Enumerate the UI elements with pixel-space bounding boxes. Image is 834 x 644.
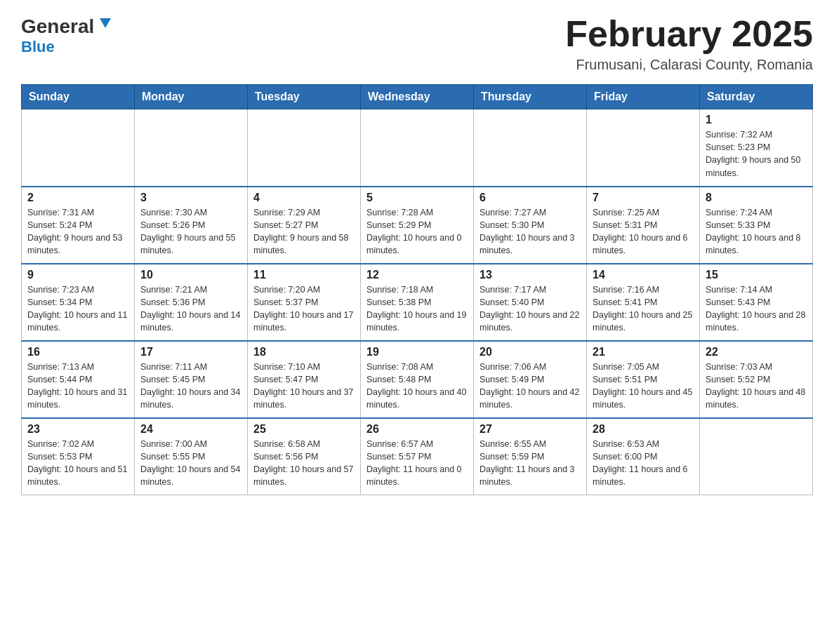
calendar-cell: 17Sunrise: 7:11 AMSunset: 5:45 PMDayligh… [135,341,248,418]
day-info: Sunrise: 7:05 AMSunset: 5:51 PMDaylight:… [593,361,694,412]
calendar-cell: 28Sunrise: 6:53 AMSunset: 6:00 PMDayligh… [587,418,700,495]
day-number: 25 [253,423,355,436]
logo-sub-text: Blue [21,38,55,56]
calendar-cell [135,109,248,187]
day-info: Sunrise: 7:14 AMSunset: 5:43 PMDaylight:… [706,283,807,335]
calendar-week-row: 16Sunrise: 7:13 AMSunset: 5:44 PMDayligh… [22,341,813,418]
day-info: Sunrise: 7:06 AMSunset: 5:49 PMDaylight:… [479,361,581,412]
day-info: Sunrise: 7:27 AMSunset: 5:30 PMDaylight:… [479,206,581,257]
calendar-cell: 16Sunrise: 7:13 AMSunset: 5:44 PMDayligh… [22,341,135,418]
day-number: 22 [706,346,807,358]
day-info: Sunrise: 7:17 AMSunset: 5:40 PMDaylight:… [479,283,581,335]
calendar-cell [587,109,700,187]
calendar-cell [700,418,813,495]
day-number: 2 [27,192,128,204]
day-number: 10 [140,269,241,281]
day-info: Sunrise: 7:13 AMSunset: 5:44 PMDaylight:… [27,361,128,412]
location-subtitle: Frumusani, Calarasi County, Romania [565,57,813,73]
day-info: Sunrise: 7:23 AMSunset: 5:34 PMDaylight:… [27,283,128,335]
day-info: Sunrise: 7:18 AMSunset: 5:38 PMDaylight:… [366,283,468,335]
day-info: Sunrise: 6:57 AMSunset: 5:57 PMDaylight:… [366,438,468,489]
day-number: 26 [366,423,468,436]
calendar-cell: 8Sunrise: 7:24 AMSunset: 5:33 PMDaylight… [700,187,813,264]
day-number: 17 [140,346,241,358]
calendar-cell: 10Sunrise: 7:21 AMSunset: 5:36 PMDayligh… [135,264,248,341]
day-number: 23 [27,423,128,436]
day-number: 11 [253,269,355,281]
day-number: 13 [479,269,581,281]
day-info: Sunrise: 7:21 AMSunset: 5:36 PMDaylight:… [140,283,241,335]
calendar-cell: 12Sunrise: 7:18 AMSunset: 5:38 PMDayligh… [361,264,474,341]
day-info: Sunrise: 7:31 AMSunset: 5:24 PMDaylight:… [27,206,128,257]
calendar-cell [361,109,474,187]
day-header-monday: Monday [135,85,248,109]
day-number: 20 [479,346,581,358]
day-info: Sunrise: 7:28 AMSunset: 5:29 PMDaylight:… [366,206,468,257]
calendar-header-row: SundayMondayTuesdayWednesdayThursdayFrid… [22,85,813,109]
day-number: 21 [593,346,694,358]
calendar-table: SundayMondayTuesdayWednesdayThursdayFrid… [21,84,813,495]
svg-marker-0 [100,18,111,28]
day-number: 15 [706,269,807,281]
logo-icon [95,15,115,35]
calendar-cell: 26Sunrise: 6:57 AMSunset: 5:57 PMDayligh… [361,418,474,495]
calendar-cell: 25Sunrise: 6:58 AMSunset: 5:56 PMDayligh… [248,418,361,495]
calendar-cell: 7Sunrise: 7:25 AMSunset: 5:31 PMDaylight… [587,187,700,264]
calendar-cell [248,109,361,187]
day-header-saturday: Saturday [700,85,813,109]
day-header-thursday: Thursday [474,85,587,109]
day-header-friday: Friday [587,85,700,109]
calendar-cell: 5Sunrise: 7:28 AMSunset: 5:29 PMDaylight… [361,187,474,264]
day-info: Sunrise: 7:11 AMSunset: 5:45 PMDaylight:… [140,361,241,412]
day-info: Sunrise: 6:55 AMSunset: 5:59 PMDaylight:… [479,438,581,489]
day-info: Sunrise: 6:53 AMSunset: 6:00 PMDaylight:… [593,438,694,489]
day-header-wednesday: Wednesday [361,85,474,109]
day-info: Sunrise: 7:32 AMSunset: 5:23 PMDaylight:… [706,128,807,180]
calendar-cell: 27Sunrise: 6:55 AMSunset: 5:59 PMDayligh… [474,418,587,495]
day-number: 8 [706,192,807,204]
logo-main-text: General [21,17,94,36]
day-number: 19 [366,346,468,358]
title-block: February 2025 Frumusani, Calarasi County… [565,14,813,73]
day-number: 12 [366,269,468,281]
day-info: Sunrise: 7:30 AMSunset: 5:26 PMDaylight:… [140,206,241,257]
day-number: 16 [27,346,128,358]
day-info: Sunrise: 7:08 AMSunset: 5:48 PMDaylight:… [366,361,468,412]
logo: General Blue [21,14,115,56]
day-number: 28 [593,423,694,436]
month-title: February 2025 [565,14,813,54]
day-number: 18 [253,346,355,358]
calendar-cell: 14Sunrise: 7:16 AMSunset: 5:41 PMDayligh… [587,264,700,341]
calendar-cell: 21Sunrise: 7:05 AMSunset: 5:51 PMDayligh… [587,341,700,418]
calendar-cell: 19Sunrise: 7:08 AMSunset: 5:48 PMDayligh… [361,341,474,418]
day-number: 24 [140,423,241,436]
calendar-week-row: 2Sunrise: 7:31 AMSunset: 5:24 PMDaylight… [22,187,813,264]
day-info: Sunrise: 7:02 AMSunset: 5:53 PMDaylight:… [27,438,128,489]
calendar-cell: 11Sunrise: 7:20 AMSunset: 5:37 PMDayligh… [248,264,361,341]
day-info: Sunrise: 7:29 AMSunset: 5:27 PMDaylight:… [253,206,355,257]
day-number: 14 [593,269,694,281]
calendar-cell: 20Sunrise: 7:06 AMSunset: 5:49 PMDayligh… [474,341,587,418]
day-number: 1 [706,114,807,126]
day-number: 3 [140,192,241,204]
calendar-cell: 18Sunrise: 7:10 AMSunset: 5:47 PMDayligh… [248,341,361,418]
calendar-cell: 13Sunrise: 7:17 AMSunset: 5:40 PMDayligh… [474,264,587,341]
day-info: Sunrise: 7:03 AMSunset: 5:52 PMDaylight:… [706,361,807,412]
day-info: Sunrise: 6:58 AMSunset: 5:56 PMDaylight:… [253,438,355,489]
calendar-cell: 23Sunrise: 7:02 AMSunset: 5:53 PMDayligh… [22,418,135,495]
day-number: 9 [27,269,128,281]
day-number: 27 [479,423,581,436]
day-info: Sunrise: 7:00 AMSunset: 5:55 PMDaylight:… [140,438,241,489]
calendar-cell: 1Sunrise: 7:32 AMSunset: 5:23 PMDaylight… [700,109,813,187]
calendar-cell: 3Sunrise: 7:30 AMSunset: 5:26 PMDaylight… [135,187,248,264]
day-number: 5 [366,192,468,204]
calendar-cell: 22Sunrise: 7:03 AMSunset: 5:52 PMDayligh… [700,341,813,418]
calendar-cell [22,109,135,187]
day-number: 7 [593,192,694,204]
calendar-cell: 4Sunrise: 7:29 AMSunset: 5:27 PMDaylight… [248,187,361,264]
day-number: 4 [253,192,355,204]
day-header-sunday: Sunday [22,85,135,109]
day-info: Sunrise: 7:25 AMSunset: 5:31 PMDaylight:… [593,206,694,257]
day-info: Sunrise: 7:10 AMSunset: 5:47 PMDaylight:… [253,361,355,412]
calendar-cell: 2Sunrise: 7:31 AMSunset: 5:24 PMDaylight… [22,187,135,264]
